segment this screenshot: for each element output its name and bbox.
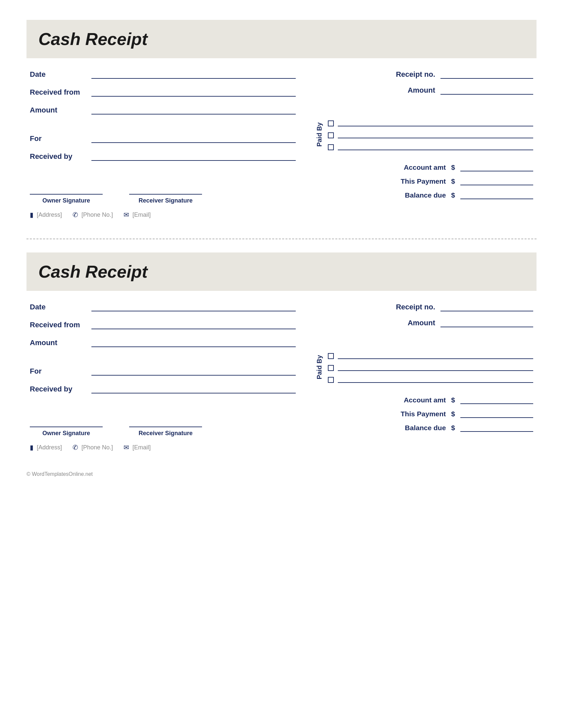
email-item-1: ✉ [Email] xyxy=(123,211,151,219)
option-line-2-3[interactable] xyxy=(338,376,533,383)
spacer-1 xyxy=(30,124,296,134)
owner-sig-block-2: Owner Signature xyxy=(30,427,103,437)
divider-1 xyxy=(26,239,537,239)
phone-item-1: ✆ [Phone No.] xyxy=(72,211,113,219)
receipt-2: Cash Receipt Date Received from Amount F… xyxy=(26,252,537,451)
address-placeholder-1: [Address] xyxy=(37,211,62,218)
signatures-1: Owner Signature Receiver Signature xyxy=(30,194,296,204)
received-by-row-2: Received by xyxy=(30,385,296,393)
account-amt-row-2: Account amt $ xyxy=(316,396,533,404)
option-line-1-1[interactable] xyxy=(338,119,533,126)
checkbox-2-3[interactable] xyxy=(328,377,334,383)
amount-line-1[interactable] xyxy=(91,107,296,114)
balance-due-line-2[interactable] xyxy=(460,425,533,432)
address-icon-2: ▮ xyxy=(30,443,33,451)
spacer-5 xyxy=(30,403,296,413)
receipt-body-2: Date Received from Amount For Received b… xyxy=(26,303,537,451)
this-payment-row-2: This Payment $ xyxy=(316,410,533,418)
for-label-1: For xyxy=(30,134,86,143)
account-amt-label-1: Account amt xyxy=(380,163,446,171)
checkbox-2-1[interactable] xyxy=(328,353,334,359)
receipt-no-row-1: Receipt no. xyxy=(316,70,533,79)
paid-by-label-1: Paid By xyxy=(316,122,323,147)
balance-due-line-1[interactable] xyxy=(460,192,533,199)
amount-row-2: Amount xyxy=(30,339,296,347)
received-from-line-1[interactable] xyxy=(91,89,296,97)
amount-label-1: Amount xyxy=(30,106,86,114)
option-line-2-2[interactable] xyxy=(338,364,533,371)
this-payment-line-1[interactable] xyxy=(460,178,533,185)
this-payment-label-1: This Payment xyxy=(380,177,446,185)
amount-right-line-1[interactable] xyxy=(441,87,533,95)
date-label-1: Date xyxy=(30,70,86,79)
owner-sig-line-2[interactable] xyxy=(30,427,103,427)
checkbox-1-3[interactable] xyxy=(328,144,334,150)
right-col-2: Receipt no. Amount Paid By xyxy=(316,303,533,451)
received-from-line-2[interactable] xyxy=(91,322,296,329)
date-line-2[interactable] xyxy=(91,304,296,311)
received-by-row-1: Received by xyxy=(30,152,296,161)
receipt-header-2: Cash Receipt xyxy=(26,252,537,291)
for-line-1[interactable] xyxy=(91,136,296,143)
account-amt-row-1: Account amt $ xyxy=(316,163,533,171)
checkbox-1-1[interactable] xyxy=(328,120,334,126)
received-by-line-1[interactable] xyxy=(91,154,296,161)
spacer-6 xyxy=(316,335,533,345)
checkbox-2-2[interactable] xyxy=(328,365,334,371)
email-icon-2: ✉ xyxy=(123,443,129,451)
account-amt-line-2[interactable] xyxy=(460,397,533,404)
payment-dollar-1: $ xyxy=(451,177,455,185)
for-row-2: For xyxy=(30,367,296,376)
receipt-no-row-2: Receipt no. xyxy=(316,303,533,311)
date-row-1: Date xyxy=(30,70,296,79)
paid-by-option-2-2 xyxy=(328,364,533,371)
account-dollar-1: $ xyxy=(451,163,455,171)
signatures-2: Owner Signature Receiver Signature xyxy=(30,427,296,437)
received-from-row-2: Received from xyxy=(30,321,296,329)
received-from-label-2: Received from xyxy=(30,321,86,329)
receiver-sig-line-1[interactable] xyxy=(129,194,202,195)
for-line-2[interactable] xyxy=(91,368,296,376)
amount-table-2: Account amt $ This Payment $ Balance due… xyxy=(316,396,533,432)
option-line-2-1[interactable] xyxy=(338,352,533,359)
email-placeholder-2: [Email] xyxy=(132,444,151,451)
amount-right-line-2[interactable] xyxy=(441,320,533,327)
receipt-no-line-1[interactable] xyxy=(441,71,533,79)
this-payment-row-1: This Payment $ xyxy=(316,177,533,185)
paid-by-option-1-2 xyxy=(328,131,533,138)
phone-placeholder-1: [Phone No.] xyxy=(81,211,113,218)
receipt-body-1: Date Received from Amount For Received b… xyxy=(26,70,537,219)
balance-dollar-2: $ xyxy=(451,424,455,432)
phone-icon-2: ✆ xyxy=(72,443,78,451)
amount-label-2: Amount xyxy=(30,339,86,347)
amount-right-label-1: Amount xyxy=(408,86,435,95)
email-placeholder-1: [Email] xyxy=(132,211,151,218)
owner-sig-line-1[interactable] xyxy=(30,194,103,195)
balance-due-row-1: Balance due $ xyxy=(316,191,533,199)
date-line-1[interactable] xyxy=(91,71,296,79)
option-line-1-2[interactable] xyxy=(338,131,533,138)
receipt-no-line-2[interactable] xyxy=(441,304,533,311)
paid-by-label-2: Paid By xyxy=(316,355,323,379)
amount-row-1: Amount xyxy=(30,106,296,114)
copyright-text: © WordTemplatesOnline.net xyxy=(26,471,93,477)
paid-by-option-1-3 xyxy=(328,143,533,150)
paid-by-option-1-1 xyxy=(328,119,533,126)
option-line-1-3[interactable] xyxy=(338,143,533,150)
balance-due-label-2: Balance due xyxy=(380,424,446,432)
amount-right-row-1: Amount xyxy=(316,86,533,95)
this-payment-line-2[interactable] xyxy=(460,411,533,418)
phone-placeholder-2: [Phone No.] xyxy=(81,444,113,451)
paid-by-options-1 xyxy=(328,119,533,150)
amount-line-2[interactable] xyxy=(91,340,296,347)
for-row-1: For xyxy=(30,134,296,143)
owner-sig-label-1: Owner Signature xyxy=(42,197,90,204)
receiver-sig-line-2[interactable] xyxy=(129,427,202,427)
spacer-4 xyxy=(30,356,296,367)
receiver-sig-label-2: Receiver Signature xyxy=(138,430,192,437)
checkbox-1-2[interactable] xyxy=(328,132,334,138)
receipt-title-2: Cash Receipt xyxy=(38,262,525,282)
received-by-line-2[interactable] xyxy=(91,386,296,393)
account-amt-line-1[interactable] xyxy=(460,164,533,171)
paid-by-options-2 xyxy=(328,352,533,383)
